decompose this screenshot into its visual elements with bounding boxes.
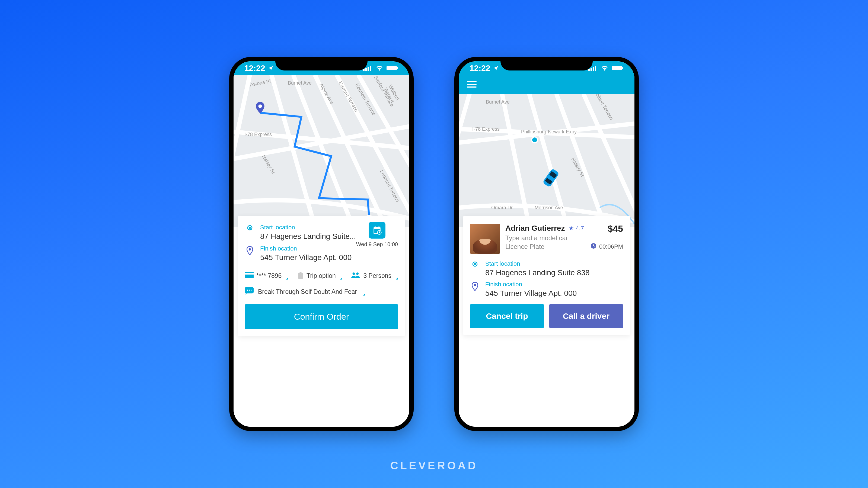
- trip-option[interactable]: Trip option: [297, 271, 342, 280]
- corner-indicator-icon: [340, 278, 342, 280]
- street-label: Omara Dr: [491, 205, 513, 210]
- persons-option[interactable]: 3 Persons: [351, 271, 398, 280]
- status-time-group: 12:22: [469, 63, 499, 73]
- pin-start-icon: [256, 102, 265, 115]
- location-arrow-icon: [268, 63, 273, 73]
- svg-point-19: [247, 290, 248, 291]
- svg-rect-26: [612, 66, 622, 70]
- svg-rect-3: [370, 66, 371, 71]
- finish-location-row[interactable]: Finish ocation 545 Turner Village Apt. 0…: [470, 281, 623, 298]
- svg-point-10: [249, 227, 251, 229]
- app-header: [459, 75, 634, 94]
- car-model: Type and a model car: [505, 234, 623, 242]
- svg-rect-5: [397, 67, 398, 69]
- battery-icon: [386, 63, 399, 73]
- street-label: I-78 Express: [244, 132, 272, 137]
- battery-icon: [612, 63, 624, 73]
- svg-rect-2: [368, 67, 369, 71]
- finish-location-value: 545 Turner Village Apt. 000: [485, 289, 623, 298]
- map-view[interactable]: Burnet Ave I-78 Express Phillipsburg-New…: [459, 94, 634, 227]
- driver-avatar: [470, 224, 500, 254]
- finish-location-row[interactable]: Finish ocation 545 Turner Village Apt. 0…: [245, 245, 398, 262]
- phone-mockup-right: 12:22: [454, 57, 639, 431]
- svg-point-28: [532, 137, 538, 143]
- svg-rect-25: [595, 66, 596, 71]
- star-icon: ★: [568, 225, 574, 232]
- options-row: **** 7896 Trip option 3: [245, 269, 398, 280]
- location-arrow-icon: [493, 63, 499, 73]
- cancel-trip-button[interactable]: Cancel trip: [470, 304, 544, 328]
- svg-point-17: [356, 272, 359, 275]
- notch: [500, 57, 593, 70]
- status-time-group: 12:22: [244, 63, 273, 73]
- corner-indicator-icon: [286, 278, 288, 280]
- message-icon: [245, 287, 254, 297]
- eta-row: 00:06PM: [590, 243, 623, 251]
- trip-option-label: Trip option: [307, 272, 336, 280]
- start-location-label: Start location: [485, 260, 623, 267]
- svg-point-21: [251, 290, 252, 291]
- corner-indicator-icon: [363, 293, 365, 295]
- svg-rect-1: [365, 68, 367, 71]
- street-label: Burnet Ave: [486, 99, 510, 105]
- svg-rect-24: [593, 67, 594, 71]
- rating-value: 4.7: [576, 225, 584, 232]
- payment-masked: **** 7896: [256, 272, 282, 280]
- driver-name: Adrian Gutierrez: [505, 224, 565, 233]
- svg-point-35: [474, 284, 476, 286]
- eta-text: 00:06PM: [599, 243, 623, 250]
- svg-point-20: [249, 290, 250, 291]
- svg-rect-22: [588, 69, 590, 71]
- trip-price: $45: [608, 223, 623, 234]
- status-right: [363, 63, 399, 73]
- note-row[interactable]: Break Through Self Doubt And Fear: [245, 287, 398, 297]
- wifi-icon: [376, 63, 383, 73]
- street-label: I-78 Express: [472, 126, 500, 132]
- luggage-icon: [297, 271, 304, 280]
- notch: [275, 57, 368, 70]
- screen-right: 12:22: [459, 61, 634, 427]
- calendar-button[interactable]: [369, 222, 385, 238]
- status-right: [588, 63, 624, 73]
- svg-point-34: [474, 263, 476, 265]
- corner-indicator-icon: [396, 278, 398, 280]
- street-label: Morrison Ave: [535, 205, 563, 210]
- note-text: Break Through Self Doubt And Fear: [258, 288, 357, 295]
- svg-rect-23: [590, 68, 592, 71]
- payment-method[interactable]: **** 7896: [245, 271, 288, 280]
- svg-rect-14: [298, 273, 303, 279]
- confirm-order-button[interactable]: Confirm Order: [245, 304, 398, 329]
- map-view[interactable]: Astoria Pl Burnet Ave Alpine Ave Edward …: [234, 75, 409, 227]
- svg-point-11: [249, 248, 251, 251]
- finish-location-label: Finish ocation: [485, 281, 623, 288]
- call-driver-button[interactable]: Call a driver: [549, 304, 623, 328]
- finish-pin-icon: [470, 281, 480, 291]
- people-icon: [351, 272, 361, 280]
- screen-left: 12:22: [234, 61, 409, 427]
- blank-area: [234, 336, 409, 427]
- menu-icon[interactable]: [467, 81, 476, 88]
- finish-pin-icon: [245, 245, 255, 255]
- street-label: Burnet Ave: [288, 80, 312, 86]
- clock-icon: [590, 243, 596, 251]
- schedule-datetime: Wed 9 Sep 10:00: [356, 241, 398, 248]
- phone-mockup-left: 12:22: [229, 57, 414, 431]
- card-icon: [245, 272, 254, 280]
- svg-rect-15: [300, 272, 301, 273]
- persons-label: 3 Persons: [363, 272, 392, 280]
- schedule-block: Wed 9 Sep 10:00: [356, 222, 398, 248]
- finish-location-value: 545 Turner Village Apt. 000: [260, 253, 398, 262]
- svg-rect-4: [386, 66, 397, 70]
- order-card: Wed 9 Sep 10:00 Start location 87 Hagene…: [238, 216, 405, 336]
- start-location-row[interactable]: Start location 87 Hagenes Landing Suite …: [470, 260, 623, 277]
- svg-rect-0: [363, 69, 365, 71]
- blank-area: [459, 335, 634, 427]
- street-label: Phillipsburg-Newark Expy: [521, 129, 577, 135]
- svg-rect-12: [245, 272, 254, 278]
- svg-rect-13: [245, 273, 254, 274]
- svg-rect-27: [622, 67, 623, 69]
- action-button-row: Cancel trip Call a driver: [470, 304, 623, 328]
- start-dot-icon: [245, 224, 255, 230]
- start-dot-icon: [470, 260, 480, 267]
- status-time: 12:22: [244, 63, 265, 73]
